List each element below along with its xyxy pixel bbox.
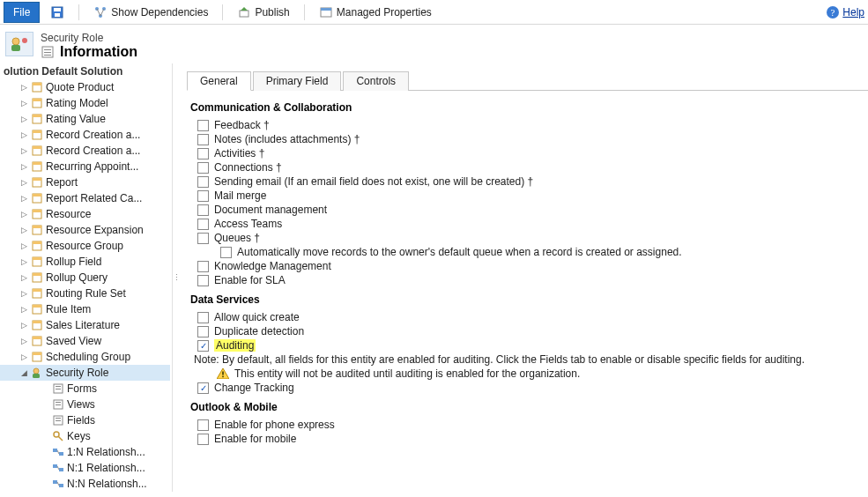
tree-node[interactable]: ▷Rating Model (0, 95, 170, 111)
expand-toggle-icon[interactable]: ▷ (19, 255, 28, 269)
expand-toggle-icon[interactable]: ▷ (19, 191, 28, 205)
checkbox[interactable] (197, 312, 209, 323)
publish-label: Publish (255, 6, 289, 19)
svg-point-15 (22, 38, 27, 43)
svg-rect-17 (44, 49, 51, 50)
managed-properties-button[interactable]: Managed Properties (314, 0, 437, 24)
tree-node[interactable]: N:1 Relationsh... (0, 460, 170, 476)
tree-node[interactable]: ▷Quote Product (0, 79, 170, 95)
expand-toggle-icon[interactable]: ▷ (19, 128, 28, 142)
entity-icon (52, 478, 64, 490)
svg-line-77 (57, 482, 59, 486)
entity-icon (31, 271, 43, 284)
tree-node-label: Security Role (46, 366, 108, 380)
svg-rect-65 (56, 418, 61, 419)
entity-icon (31, 129, 43, 141)
tree-node[interactable]: ▷Resource Expansion (0, 222, 170, 238)
expand-toggle-icon[interactable]: ▷ (19, 207, 28, 221)
expand-toggle-icon[interactable]: ▷ (19, 271, 28, 285)
checkbox[interactable] (197, 419, 209, 431)
checkbox[interactable] (197, 204, 209, 216)
tree-node[interactable]: ▷Sales Literature (0, 317, 170, 333)
tree-node[interactable]: ▷Rule Item (0, 301, 170, 317)
tree-node[interactable]: ▷Record Creation a... (0, 127, 170, 143)
checkbox-auditing[interactable] (197, 340, 209, 352)
option-label: Access Teams (214, 218, 282, 230)
tree-node[interactable]: ◢Security Role (0, 365, 170, 381)
show-dependencies-button[interactable]: Show Dependencies (88, 0, 213, 24)
expand-toggle-icon[interactable]: ▷ (19, 80, 28, 94)
checkbox[interactable] (197, 120, 209, 131)
expand-toggle-icon[interactable]: ▷ (19, 334, 28, 348)
tree-node[interactable]: ▷Report Related Ca... (0, 190, 170, 206)
option-label: Feedback † (214, 119, 270, 131)
navigation-tree[interactable]: ▷Quote Product▷Rating Model▷Rating Value… (0, 79, 172, 492)
entity-icon (52, 430, 64, 442)
tree-node[interactable]: ▷Resource Group (0, 238, 170, 254)
help-button[interactable]: ? Help (826, 5, 864, 19)
expand-toggle-icon[interactable]: ▷ (19, 175, 28, 189)
entity-type-label: Security Role (41, 32, 137, 44)
separator (78, 4, 79, 20)
tree-node[interactable]: ▷Rollup Query (0, 270, 170, 286)
tree-node-label: Sales Literature (46, 318, 120, 332)
checkbox[interactable] (197, 190, 209, 202)
expand-toggle-icon[interactable]: ▷ (19, 318, 28, 332)
svg-line-7 (100, 9, 104, 16)
option-row: Access Teams (197, 218, 857, 230)
expand-toggle-icon[interactable]: ▷ (19, 112, 28, 126)
svg-rect-25 (33, 115, 41, 117)
main-panel: GeneralPrimary FieldControls Communicati… (180, 63, 868, 492)
form-content[interactable]: Communication & Collaboration Feedback †… (180, 91, 868, 492)
tree-node[interactable]: Views (0, 397, 170, 412)
expand-toggle-icon[interactable]: ▷ (19, 350, 28, 364)
entity-icon (31, 81, 43, 93)
tree-node[interactable]: ▷Report (0, 174, 170, 190)
expand-toggle-icon[interactable]: ▷ (19, 223, 28, 237)
checkbox[interactable] (197, 148, 209, 159)
checkbox[interactable] (197, 162, 209, 174)
expand-toggle-icon[interactable]: ▷ (19, 144, 28, 158)
tree-node[interactable]: ▷Routing Rule Set (0, 286, 170, 301)
publish-button[interactable]: Publish (232, 0, 294, 24)
checkbox-queues-auto[interactable] (220, 247, 232, 258)
checkbox[interactable] (197, 233, 209, 244)
expand-toggle-icon[interactable]: ▷ (19, 286, 28, 300)
tree-node[interactable]: ▷Recurring Appoint... (0, 159, 170, 174)
expand-toggle-icon[interactable]: ▷ (19, 159, 28, 174)
save-button[interactable] (45, 0, 70, 24)
checkbox[interactable] (197, 219, 209, 230)
tree-node[interactable]: ▷Resource (0, 206, 170, 222)
checkbox[interactable] (197, 275, 209, 286)
checkbox[interactable] (197, 176, 209, 188)
checkbox[interactable] (197, 134, 209, 145)
checkbox[interactable] (197, 434, 209, 445)
entity-icon (31, 335, 43, 347)
expand-toggle-icon[interactable]: ▷ (19, 302, 28, 316)
expand-toggle-icon[interactable]: ▷ (19, 96, 28, 110)
checkbox[interactable] (197, 326, 209, 338)
checkbox[interactable] (197, 261, 209, 272)
checkbox-change-tracking[interactable] (197, 382, 209, 394)
tree-node[interactable]: Forms (0, 381, 170, 397)
expand-toggle-icon[interactable]: ◢ (19, 366, 28, 380)
tree-node[interactable]: N:N Relationsh... (0, 476, 170, 492)
tree-node[interactable]: ▷Rollup Field (0, 254, 170, 270)
tree-node[interactable]: ▷Record Creation a... (0, 143, 170, 159)
splitter[interactable]: ⋮ (173, 63, 180, 492)
tab[interactable]: Primary Field (253, 71, 342, 91)
entity-icon (31, 97, 43, 109)
tab[interactable]: Controls (343, 71, 409, 91)
option-row: Document management (197, 204, 857, 216)
tree-node[interactable]: ▷Scheduling Group (0, 349, 170, 365)
tree-node[interactable]: ▷Saved View (0, 333, 170, 349)
file-menu-button[interactable]: File (4, 2, 40, 23)
managed-properties-label: Managed Properties (337, 6, 432, 19)
tree-node[interactable]: Keys (0, 428, 170, 444)
tree-node[interactable]: Fields (0, 412, 170, 428)
tree-node[interactable]: 1:N Relationsh... (0, 444, 170, 460)
tab[interactable]: General (187, 71, 251, 91)
svg-line-6 (97, 9, 100, 16)
tree-node[interactable]: ▷Rating Value (0, 111, 170, 127)
expand-toggle-icon[interactable]: ▷ (19, 239, 28, 253)
